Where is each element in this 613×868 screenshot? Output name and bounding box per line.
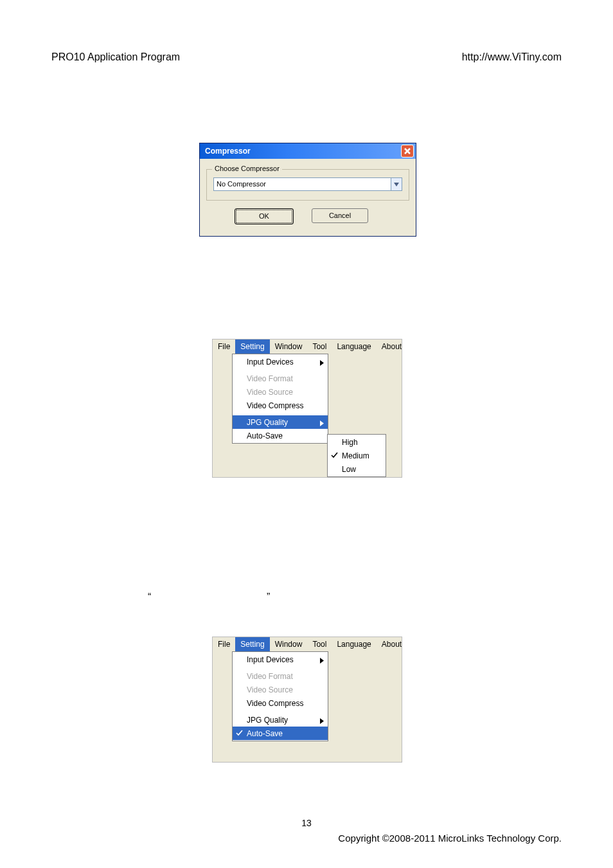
setting-dropdown: Input Devices Video Format Video Source …	[232, 354, 328, 444]
menu-separator	[233, 370, 327, 370]
jpg-quality-submenu: High Medium Low	[327, 434, 386, 477]
combo-dropdown-button[interactable]	[391, 177, 402, 191]
menu-input-devices[interactable]: Input Devices	[233, 653, 328, 666]
menu-video-compress[interactable]: Video Compress	[233, 399, 328, 412]
menu-setting[interactable]: Setting	[235, 637, 269, 651]
footer-copyright: Copyright ©2008-2011 MicroLinks Technolo…	[338, 833, 562, 844]
menu-auto-save[interactable]: Auto-Save	[233, 429, 328, 442]
menu-auto-save[interactable]: Auto-Save	[233, 727, 328, 740]
ok-button[interactable]: OK	[235, 208, 294, 224]
submenu-medium[interactable]: Medium	[328, 449, 386, 462]
menu-video-format: Video Format	[233, 669, 328, 683]
menu-input-devices[interactable]: Input Devices	[233, 355, 328, 368]
menu-separator	[233, 667, 327, 668]
menu-window[interactable]: Window	[270, 637, 308, 651]
submenu-high[interactable]: High	[328, 435, 386, 449]
menu-video-source: Video Source	[233, 385, 328, 399]
menu-screenshot-2: File Setting Window Tool Language About …	[212, 637, 402, 763]
menu-video-compress[interactable]: Video Compress	[233, 696, 328, 710]
menu-language[interactable]: Language	[332, 637, 376, 651]
menu-file[interactable]: File	[213, 339, 235, 354]
page-number: 13	[301, 818, 312, 828]
menu-file[interactable]: File	[213, 637, 235, 651]
menu-video-format: Video Format	[233, 372, 328, 385]
menu-separator	[233, 711, 327, 712]
combo-value: No Compressor	[213, 177, 391, 191]
dialog-titlebar: Compressor	[200, 143, 416, 159]
group-label: Choose Compressor	[212, 165, 282, 172]
submenu-arrow-icon	[320, 419, 324, 428]
menu-separator	[233, 413, 327, 414]
menu-about[interactable]: About	[377, 339, 407, 354]
menubar: File Setting Window Tool Language About	[213, 339, 402, 354]
dialog-title: Compressor	[205, 147, 401, 156]
chevron-down-icon	[394, 183, 399, 186]
menu-tool[interactable]: Tool	[307, 339, 332, 354]
header-right: http://www.ViTiny.com	[462, 51, 562, 63]
menu-window[interactable]: Window	[270, 339, 308, 354]
close-quote: ”	[267, 592, 270, 603]
choose-compressor-group: Choose Compressor No Compressor	[206, 169, 409, 201]
close-button[interactable]	[401, 145, 414, 158]
menu-tool[interactable]: Tool	[307, 637, 332, 651]
menubar: File Setting Window Tool Language About	[213, 637, 402, 651]
menu-language[interactable]: Language	[332, 339, 376, 354]
menu-screenshot-1: File Setting Window Tool Language About …	[212, 339, 402, 478]
compressor-combo[interactable]: No Compressor	[213, 177, 402, 191]
menu-setting[interactable]: Setting	[235, 339, 269, 354]
menu-about[interactable]: About	[377, 637, 407, 651]
open-quote: “	[148, 592, 151, 603]
submenu-arrow-icon	[320, 717, 324, 726]
submenu-arrow-icon	[320, 656, 324, 665]
menu-jpg-quality[interactable]: JPG Quality	[233, 713, 328, 727]
compressor-dialog: Compressor Choose Compressor No Compress…	[199, 143, 416, 237]
check-icon	[236, 730, 243, 739]
menu-video-source: Video Source	[233, 683, 328, 696]
menu-jpg-quality[interactable]: JPG Quality	[233, 415, 328, 429]
submenu-low[interactable]: Low	[328, 462, 386, 476]
header-left: PRO10 Application Program	[51, 51, 180, 63]
check-icon	[331, 452, 338, 461]
setting-dropdown: Input Devices Video Format Video Source …	[232, 651, 328, 741]
submenu-arrow-icon	[320, 359, 324, 368]
cancel-button[interactable]: Cancel	[312, 208, 368, 223]
close-icon	[404, 147, 411, 155]
